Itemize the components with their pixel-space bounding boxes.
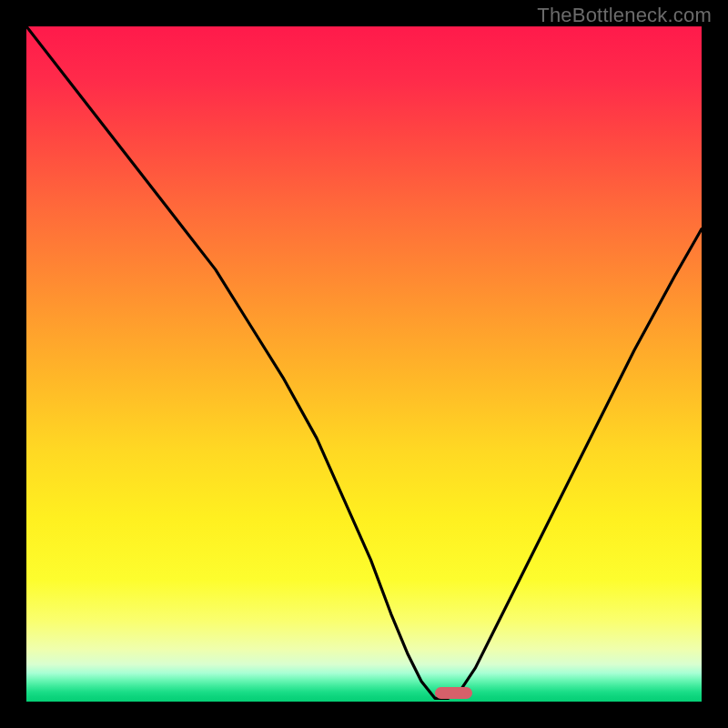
frame: TheBottleneck.com (0, 0, 728, 728)
watermark-text: TheBottleneck.com (537, 4, 712, 27)
chart-marker (435, 687, 472, 699)
chart-curve (26, 26, 702, 702)
chart-plot-area (26, 26, 702, 702)
